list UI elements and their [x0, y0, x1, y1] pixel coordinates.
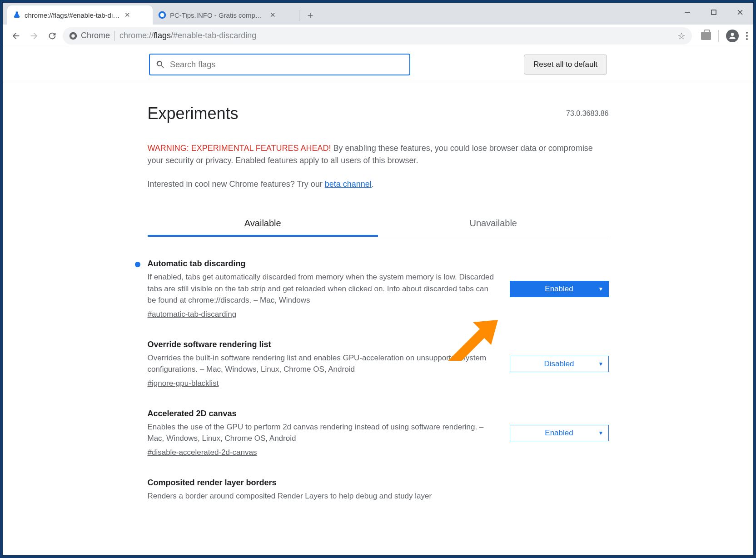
svg-rect-3 [711, 10, 716, 15]
content-scroll[interactable]: Reset all to default Experiments 73.0.36… [3, 47, 753, 555]
svg-point-1 [160, 13, 164, 17]
tab-strip: chrome://flags/#enable-tab-disc. ✕ PC-Ti… [3, 3, 753, 25]
flags-list: Automatic tab discardingIf enabled, tabs… [148, 259, 609, 505]
flag-select-value: Enabled [545, 428, 573, 438]
flag-tabs: Available Unavailable [148, 212, 609, 237]
chevron-down-icon: ▼ [598, 286, 604, 292]
flag-select[interactable]: Enabled▼ [510, 425, 609, 441]
flag-title: Composited render layer borders [148, 478, 609, 488]
search-input[interactable] [170, 60, 404, 70]
flag-text: Accelerated 2D canvasEnables the use of … [148, 409, 499, 457]
omnibox[interactable]: Chrome chrome://flags/#enable-tab-discar… [63, 27, 692, 45]
flag-anchor-link[interactable]: #ignore-gpu-blacklist [148, 379, 219, 388]
omnibox-url: chrome://flags/#enable-tab-discarding [119, 31, 256, 40]
chrome-window: chrome://flags/#enable-tab-disc. ✕ PC-Ti… [3, 3, 753, 555]
modified-dot-icon [135, 262, 140, 267]
flag-text: Automatic tab discardingIf enabled, tabs… [148, 259, 499, 319]
toolbar-right [701, 30, 748, 42]
minimize-button[interactable] [674, 3, 701, 22]
flag-description: Enables the use of the GPU to perform 2d… [148, 421, 499, 444]
svg-point-8 [731, 33, 734, 36]
omnibox-separator [114, 31, 115, 41]
flag-description: Overrides the built-in software renderin… [148, 352, 499, 375]
reload-button[interactable] [45, 28, 60, 44]
flag-select-value: Enabled [545, 284, 573, 294]
warning-text: WARNING: EXPERIMENTAL FEATURES AHEAD! By… [148, 142, 609, 167]
tab-title: chrome://flags/#enable-tab-disc. [25, 11, 120, 19]
beta-channel-link[interactable]: beta channel [325, 179, 372, 189]
new-tab-button[interactable]: + [303, 8, 318, 23]
reset-all-button[interactable]: Reset all to default [524, 55, 607, 75]
flag-description: Renders a border around composited Rende… [148, 490, 609, 502]
flag-title: Automatic tab discarding [148, 259, 499, 269]
omnibox-chip: Chrome [69, 31, 110, 40]
flag-description: If enabled, tabs get automatically disca… [148, 271, 499, 306]
browser-tab-active[interactable]: chrome://flags/#enable-tab-disc. ✕ [7, 5, 153, 25]
toolbar-separator [718, 30, 719, 42]
flags-header: Reset all to default [3, 47, 753, 82]
close-icon[interactable]: ✕ [124, 11, 131, 19]
tab-available[interactable]: Available [148, 212, 378, 237]
close-window-button[interactable] [727, 3, 753, 22]
search-flags-box[interactable] [149, 54, 410, 75]
tab-title: PC-Tips.INFO - Gratis computer t [170, 11, 265, 19]
beta-info: Interested in cool new Chrome features? … [148, 179, 609, 189]
page-title: Experiments [148, 104, 239, 123]
flags-body: Experiments 73.0.3683.86 WARNING: EXPERI… [148, 82, 609, 555]
flag-entry: Composited render layer bordersRenders a… [148, 478, 609, 506]
tab-unavailable[interactable]: Unavailable [378, 212, 609, 237]
flask-icon [13, 11, 21, 19]
search-icon [155, 60, 165, 70]
back-button[interactable] [8, 28, 24, 44]
flag-anchor-link[interactable]: #automatic-tab-discarding [148, 310, 237, 319]
chrome-icon [69, 32, 77, 40]
window-controls [674, 3, 753, 22]
flag-select[interactable]: Disabled▼ [510, 356, 609, 372]
chevron-down-icon: ▼ [598, 430, 604, 436]
briefcase-icon[interactable] [701, 32, 711, 40]
version-label: 73.0.3683.86 [566, 110, 608, 118]
toolbar: Chrome chrome://flags/#enable-tab-discar… [3, 25, 753, 47]
maximize-button[interactable] [701, 3, 727, 22]
content-area: Reset all to default Experiments 73.0.36… [3, 47, 753, 555]
menu-button[interactable] [746, 32, 748, 40]
flag-text: Composited render layer bordersRenders a… [148, 478, 609, 506]
flag-entry: Automatic tab discardingIf enabled, tabs… [148, 259, 609, 319]
flag-select-value: Disabled [544, 359, 574, 369]
svg-point-7 [71, 34, 75, 38]
browser-tab-inactive[interactable]: PC-Tips.INFO - Gratis computer t ✕ [153, 5, 298, 25]
close-icon[interactable]: ✕ [269, 11, 276, 19]
profile-avatar[interactable] [726, 30, 739, 42]
forward-button[interactable] [26, 28, 42, 44]
flag-title: Accelerated 2D canvas [148, 409, 499, 418]
flag-entry: Override software rendering listOverride… [148, 340, 609, 388]
chevron-down-icon: ▼ [598, 361, 604, 367]
title-row: Experiments 73.0.3683.86 [148, 104, 609, 123]
bookmark-star-icon[interactable]: ☆ [677, 30, 686, 41]
flag-select[interactable]: Enabled▼ [510, 281, 609, 297]
tab-separator [299, 10, 299, 21]
flag-text: Override software rendering listOverride… [148, 340, 499, 388]
flag-anchor-link[interactable]: #disable-accelerated-2d-canvas [148, 448, 257, 457]
warning-label: WARNING: EXPERIMENTAL FEATURES AHEAD! [148, 144, 331, 153]
omnibox-chip-label: Chrome [81, 31, 110, 40]
flag-title: Override software rendering list [148, 340, 499, 349]
flag-entry: Accelerated 2D canvasEnables the use of … [148, 409, 609, 457]
site-favicon-icon [158, 11, 166, 19]
